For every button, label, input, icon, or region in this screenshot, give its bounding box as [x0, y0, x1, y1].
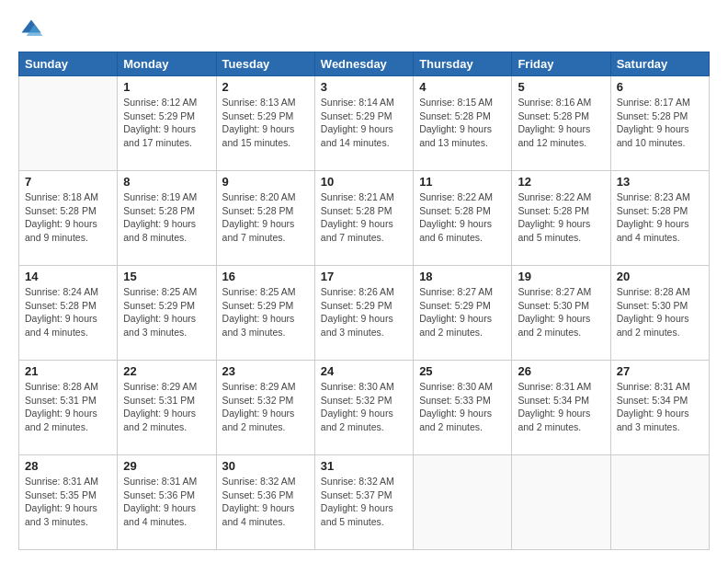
- calendar-week-0: 1Sunrise: 8:12 AM Sunset: 5:29 PM Daylig…: [19, 76, 710, 171]
- header: [18, 17, 710, 42]
- day-info: Sunrise: 8:22 AM Sunset: 5:28 PM Dayligh…: [518, 190, 604, 245]
- day-number: 5: [518, 80, 604, 94]
- day-info: Sunrise: 8:32 AM Sunset: 5:36 PM Dayligh…: [222, 475, 309, 529]
- day-info: Sunrise: 8:31 AM Sunset: 5:34 PM Dayligh…: [617, 380, 703, 434]
- col-header-monday: Monday: [118, 52, 216, 76]
- day-info: Sunrise: 8:29 AM Sunset: 5:31 PM Dayligh…: [123, 380, 210, 434]
- day-number: 25: [419, 364, 506, 378]
- calendar-week-1: 7Sunrise: 8:18 AM Sunset: 5:28 PM Daylig…: [19, 171, 710, 266]
- calendar-cell: [610, 455, 709, 550]
- day-info: Sunrise: 8:14 AM Sunset: 5:29 PM Dayligh…: [321, 96, 407, 150]
- day-number: 23: [222, 364, 309, 378]
- day-number: 3: [321, 80, 407, 94]
- day-number: 30: [222, 459, 309, 473]
- calendar-cell: 3Sunrise: 8:14 AM Sunset: 5:29 PM Daylig…: [314, 76, 413, 171]
- day-info: Sunrise: 8:27 AM Sunset: 5:29 PM Dayligh…: [419, 285, 506, 339]
- day-info: Sunrise: 8:26 AM Sunset: 5:29 PM Dayligh…: [321, 285, 407, 339]
- day-info: Sunrise: 8:19 AM Sunset: 5:28 PM Dayligh…: [123, 190, 210, 245]
- day-info: Sunrise: 8:23 AM Sunset: 5:28 PM Dayligh…: [617, 190, 703, 245]
- col-header-thursday: Thursday: [414, 52, 512, 76]
- calendar-cell: 17Sunrise: 8:26 AM Sunset: 5:29 PM Dayli…: [314, 266, 413, 361]
- calendar-header-row: SundayMondayTuesdayWednesdayThursdayFrid…: [19, 52, 710, 76]
- calendar-cell: 31Sunrise: 8:32 AM Sunset: 5:37 PM Dayli…: [314, 455, 413, 550]
- col-header-friday: Friday: [512, 52, 610, 76]
- col-header-sunday: Sunday: [19, 52, 118, 76]
- day-info: Sunrise: 8:31 AM Sunset: 5:35 PM Dayligh…: [25, 475, 111, 529]
- day-number: 13: [617, 175, 703, 189]
- day-number: 8: [123, 175, 210, 189]
- day-info: Sunrise: 8:22 AM Sunset: 5:28 PM Dayligh…: [419, 190, 506, 245]
- calendar-cell: 4Sunrise: 8:15 AM Sunset: 5:28 PM Daylig…: [414, 76, 512, 171]
- calendar-cell: 22Sunrise: 8:29 AM Sunset: 5:31 PM Dayli…: [118, 361, 216, 455]
- day-info: Sunrise: 8:15 AM Sunset: 5:28 PM Dayligh…: [419, 96, 506, 150]
- day-number: 18: [419, 270, 506, 283]
- calendar-cell: 26Sunrise: 8:31 AM Sunset: 5:34 PM Dayli…: [512, 361, 610, 455]
- calendar-cell: 15Sunrise: 8:25 AM Sunset: 5:29 PM Dayli…: [118, 266, 216, 361]
- day-info: Sunrise: 8:30 AM Sunset: 5:32 PM Dayligh…: [321, 380, 407, 434]
- calendar-cell: 11Sunrise: 8:22 AM Sunset: 5:28 PM Dayli…: [414, 171, 512, 266]
- calendar-cell: 25Sunrise: 8:30 AM Sunset: 5:33 PM Dayli…: [414, 361, 512, 455]
- day-number: 22: [123, 364, 210, 378]
- day-info: Sunrise: 8:29 AM Sunset: 5:32 PM Dayligh…: [222, 380, 309, 434]
- calendar-cell: 19Sunrise: 8:27 AM Sunset: 5:30 PM Dayli…: [512, 266, 610, 361]
- calendar-cell: 9Sunrise: 8:20 AM Sunset: 5:28 PM Daylig…: [216, 171, 314, 266]
- day-number: 21: [25, 364, 111, 378]
- day-number: 4: [419, 80, 506, 94]
- day-number: 12: [518, 175, 604, 189]
- day-number: 26: [518, 364, 604, 378]
- day-number: 2: [222, 80, 309, 94]
- day-number: 20: [617, 270, 703, 283]
- day-info: Sunrise: 8:31 AM Sunset: 5:34 PM Dayligh…: [518, 380, 604, 434]
- day-info: Sunrise: 8:31 AM Sunset: 5:36 PM Dayligh…: [123, 475, 210, 529]
- calendar-cell: 6Sunrise: 8:17 AM Sunset: 5:28 PM Daylig…: [610, 76, 709, 171]
- day-number: 15: [123, 270, 210, 283]
- calendar-cell: 2Sunrise: 8:13 AM Sunset: 5:29 PM Daylig…: [216, 76, 314, 171]
- day-info: Sunrise: 8:24 AM Sunset: 5:28 PM Dayligh…: [25, 285, 111, 339]
- calendar-week-3: 21Sunrise: 8:28 AM Sunset: 5:31 PM Dayli…: [19, 361, 710, 455]
- day-number: 6: [617, 80, 703, 94]
- day-number: 27: [617, 364, 703, 378]
- day-info: Sunrise: 8:28 AM Sunset: 5:31 PM Dayligh…: [25, 380, 111, 434]
- day-number: 1: [123, 80, 210, 94]
- calendar-cell: 29Sunrise: 8:31 AM Sunset: 5:36 PM Dayli…: [118, 455, 216, 550]
- day-info: Sunrise: 8:16 AM Sunset: 5:28 PM Dayligh…: [518, 96, 604, 150]
- day-info: Sunrise: 8:32 AM Sunset: 5:37 PM Dayligh…: [321, 475, 407, 529]
- calendar-week-2: 14Sunrise: 8:24 AM Sunset: 5:28 PM Dayli…: [19, 266, 710, 361]
- day-info: Sunrise: 8:17 AM Sunset: 5:28 PM Dayligh…: [617, 96, 703, 150]
- day-number: 31: [321, 459, 407, 473]
- calendar-cell: 27Sunrise: 8:31 AM Sunset: 5:34 PM Dayli…: [610, 361, 709, 455]
- calendar-cell: 7Sunrise: 8:18 AM Sunset: 5:28 PM Daylig…: [19, 171, 118, 266]
- calendar-cell: 30Sunrise: 8:32 AM Sunset: 5:36 PM Dayli…: [216, 455, 314, 550]
- day-info: Sunrise: 8:28 AM Sunset: 5:30 PM Dayligh…: [617, 285, 703, 339]
- calendar-cell: [414, 455, 512, 550]
- calendar-cell: 8Sunrise: 8:19 AM Sunset: 5:28 PM Daylig…: [118, 171, 216, 266]
- day-info: Sunrise: 8:20 AM Sunset: 5:28 PM Dayligh…: [222, 190, 309, 245]
- day-info: Sunrise: 8:30 AM Sunset: 5:33 PM Dayligh…: [419, 380, 506, 434]
- calendar-cell: 24Sunrise: 8:30 AM Sunset: 5:32 PM Dayli…: [314, 361, 413, 455]
- calendar-cell: 13Sunrise: 8:23 AM Sunset: 5:28 PM Dayli…: [610, 171, 709, 266]
- day-number: 10: [321, 175, 407, 189]
- calendar-cell: 18Sunrise: 8:27 AM Sunset: 5:29 PM Dayli…: [414, 266, 512, 361]
- day-number: 19: [518, 270, 604, 283]
- day-info: Sunrise: 8:12 AM Sunset: 5:29 PM Dayligh…: [123, 96, 210, 150]
- calendar-week-4: 28Sunrise: 8:31 AM Sunset: 5:35 PM Dayli…: [19, 455, 710, 550]
- day-number: 16: [222, 270, 309, 283]
- day-number: 14: [25, 270, 111, 283]
- calendar-cell: 21Sunrise: 8:28 AM Sunset: 5:31 PM Dayli…: [19, 361, 118, 455]
- col-header-saturday: Saturday: [610, 52, 709, 76]
- logo: [18, 17, 48, 42]
- day-number: 9: [222, 175, 309, 189]
- day-number: 28: [25, 459, 111, 473]
- day-info: Sunrise: 8:18 AM Sunset: 5:28 PM Dayligh…: [25, 190, 111, 245]
- day-number: 24: [321, 364, 407, 378]
- calendar-cell: 10Sunrise: 8:21 AM Sunset: 5:28 PM Dayli…: [314, 171, 413, 266]
- calendar-cell: 20Sunrise: 8:28 AM Sunset: 5:30 PM Dayli…: [610, 266, 709, 361]
- page: SundayMondayTuesdayWednesdayThursdayFrid…: [0, 0, 728, 563]
- day-info: Sunrise: 8:13 AM Sunset: 5:29 PM Dayligh…: [222, 96, 309, 150]
- logo-icon: [18, 17, 44, 42]
- col-header-wednesday: Wednesday: [314, 52, 413, 76]
- calendar-cell: 1Sunrise: 8:12 AM Sunset: 5:29 PM Daylig…: [118, 76, 216, 171]
- day-info: Sunrise: 8:25 AM Sunset: 5:29 PM Dayligh…: [222, 285, 309, 339]
- day-number: 17: [321, 270, 407, 283]
- calendar-cell: [512, 455, 610, 550]
